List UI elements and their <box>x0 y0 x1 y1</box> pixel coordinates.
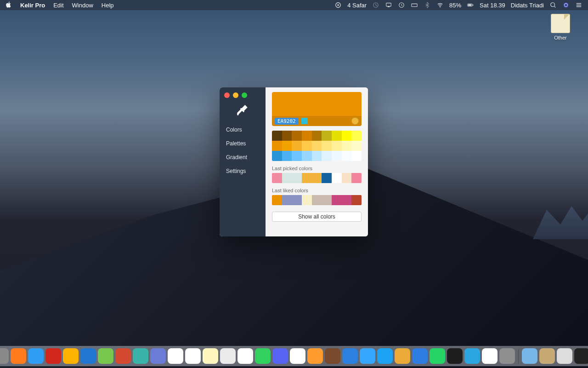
dock-app-whatsapp[interactable] <box>430 348 445 364</box>
dock-app-tweet[interactable] <box>377 348 393 364</box>
dock-app-calendar[interactable] <box>168 348 183 364</box>
dock-app-slack[interactable] <box>482 348 498 364</box>
dock-app-music[interactable] <box>290 348 305 364</box>
dock-app-sketch[interactable] <box>63 348 79 364</box>
show-all-colors-button[interactable]: Show all colors <box>272 212 362 222</box>
color-swatch[interactable] <box>322 141 332 151</box>
dock-app-notes-green[interactable] <box>98 348 113 364</box>
bluetooth-icon[interactable] <box>424 1 431 9</box>
color-swatch[interactable] <box>282 173 292 183</box>
keyboard-icon[interactable] <box>411 1 418 9</box>
user-menu[interactable]: Didats Triadi <box>511 2 544 9</box>
color-swatch[interactable] <box>322 151 332 161</box>
color-swatch[interactable] <box>322 131 332 141</box>
close-button[interactable] <box>224 92 230 98</box>
record-icon[interactable] <box>334 1 342 9</box>
notification-center-icon[interactable] <box>575 1 582 9</box>
sidebar-item-colors[interactable]: Colors <box>220 123 266 137</box>
calendar-widget[interactable]: 4 Safar <box>347 2 367 9</box>
color-swatch[interactable] <box>302 151 312 161</box>
apple-menu[interactable] <box>6 1 12 9</box>
dock-app-telegram[interactable] <box>464 348 480 364</box>
color-swatch[interactable] <box>272 173 282 183</box>
color-swatch[interactable] <box>312 131 322 141</box>
dock-app-app-store-red[interactable] <box>115 348 131 364</box>
color-swatch[interactable] <box>351 151 362 161</box>
color-swatch[interactable] <box>272 151 282 161</box>
menu-window[interactable]: Window <box>72 2 93 9</box>
color-swatch[interactable] <box>282 131 292 141</box>
dock-app-maps[interactable] <box>220 348 236 364</box>
color-swatch[interactable] <box>292 141 302 151</box>
color-swatch[interactable] <box>312 151 322 161</box>
color-swatch[interactable] <box>342 195 352 205</box>
app-menu[interactable]: Kelir Pro <box>20 2 45 9</box>
dock-app-launchpad[interactable] <box>0 348 9 364</box>
zoom-button[interactable] <box>242 92 247 98</box>
dock-app-xcode[interactable] <box>80 348 96 364</box>
sidebar-item-gradient[interactable]: Gradient <box>220 150 266 164</box>
dock-app-reminders[interactable] <box>185 348 201 364</box>
color-swatch[interactable] <box>332 173 342 183</box>
copy-icon[interactable] <box>301 118 308 124</box>
color-swatch[interactable] <box>351 173 362 183</box>
color-swatch[interactable] <box>302 131 312 141</box>
clock-icon[interactable] <box>372 1 379 9</box>
spotlight-icon[interactable] <box>549 1 557 9</box>
color-swatch[interactable] <box>342 151 352 161</box>
color-swatch[interactable] <box>332 141 342 151</box>
color-swatch[interactable] <box>332 131 342 141</box>
color-swatch[interactable] <box>312 141 322 151</box>
color-swatch[interactable] <box>332 151 342 161</box>
airplay-icon[interactable] <box>385 1 392 9</box>
hex-value-badge[interactable]: EA9202 <box>275 118 299 125</box>
color-swatch[interactable] <box>342 131 352 141</box>
color-swatch[interactable] <box>351 195 362 205</box>
battery-percent[interactable]: 85% <box>449 2 461 9</box>
dock-app-color-app[interactable] <box>557 348 572 364</box>
clock[interactable]: Sat 18.39 <box>480 2 505 9</box>
dock-app-maps-blue[interactable] <box>342 348 358 364</box>
color-preview[interactable]: EA9202 <box>272 92 362 126</box>
color-swatch[interactable] <box>322 173 332 183</box>
dock-app-mail-teal[interactable] <box>133 348 148 364</box>
color-swatch[interactable] <box>292 131 302 141</box>
color-swatch[interactable] <box>272 141 282 151</box>
dock-app-videocast[interactable] <box>325 348 340 364</box>
color-swatch[interactable] <box>292 195 302 205</box>
menu-edit[interactable]: Edit <box>53 2 63 9</box>
dock-app-terminal[interactable] <box>447 348 463 364</box>
dock-app-messages[interactable] <box>255 348 271 364</box>
color-swatch[interactable] <box>322 195 332 205</box>
menu-help[interactable]: Help <box>102 2 114 9</box>
dock-app-discord[interactable] <box>272 348 288 364</box>
color-swatch[interactable] <box>272 131 282 141</box>
battery-icon[interactable] <box>467 1 474 9</box>
color-swatch[interactable] <box>282 195 292 205</box>
dock-app-documents-folder[interactable] <box>539 348 555 364</box>
color-swatch[interactable] <box>342 173 352 183</box>
wifi-icon[interactable] <box>436 1 444 9</box>
color-swatch[interactable] <box>302 195 312 205</box>
dock-app-kelir[interactable] <box>574 348 588 364</box>
dock-app-opera[interactable] <box>45 348 61 364</box>
color-swatch[interactable] <box>302 173 312 183</box>
dock-app-safari[interactable] <box>28 348 44 364</box>
color-swatch[interactable] <box>351 131 362 141</box>
color-swatch[interactable] <box>312 195 322 205</box>
dock-app-photos[interactable] <box>237 348 253 364</box>
dock-app-shield[interactable] <box>412 348 428 364</box>
timemachine-icon[interactable] <box>398 1 405 9</box>
minimize-button[interactable] <box>233 92 238 98</box>
desktop-folder-other[interactable]: Other <box>547 14 574 40</box>
color-swatch[interactable] <box>342 141 352 151</box>
sidebar-item-settings[interactable]: Settings <box>220 164 266 178</box>
color-swatch[interactable] <box>282 141 292 151</box>
eyedropper-tool[interactable] <box>220 98 266 123</box>
color-swatch[interactable] <box>292 151 302 161</box>
color-swatch[interactable] <box>302 141 312 151</box>
color-swatch[interactable] <box>332 195 342 205</box>
dock-app-firefox[interactable] <box>11 348 26 364</box>
dock-app-appstore[interactable] <box>360 348 375 364</box>
sidebar-item-palettes[interactable]: Palettes <box>220 137 266 150</box>
